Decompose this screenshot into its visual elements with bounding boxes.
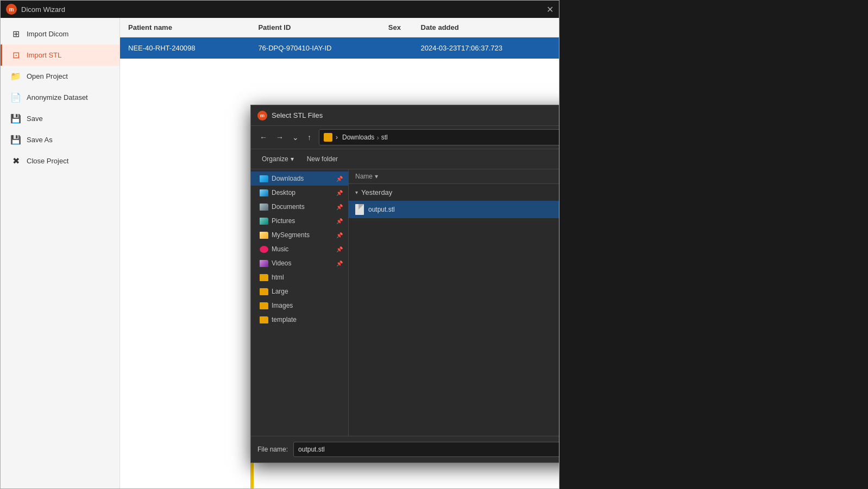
panel-item-large[interactable]: Large	[251, 284, 348, 299]
panel-item-images-label: Images	[272, 302, 293, 309]
breadcrumb-downloads[interactable]: Downloads	[342, 134, 374, 141]
sidebar-item-label: Import STL	[27, 51, 61, 59]
pictures-folder-icon	[260, 218, 268, 225]
pin-icon-mysegments: 📌	[336, 232, 343, 238]
app-body: ⊞ Import Dicom ⊡ Import STL 📁 Open Proje…	[1, 18, 559, 488]
sidebar-item-save-as[interactable]: 💾 Save As	[1, 129, 119, 150]
documents-folder-icon	[260, 204, 268, 211]
panel-item-downloads[interactable]: Downloads 📌	[251, 172, 348, 186]
sidebar-item-open-project[interactable]: 📁 Open Project	[1, 66, 119, 87]
sidebar-item-import-dicom[interactable]: ⊞ Import Dicom	[1, 23, 119, 45]
patient-id: 76-DPQ-970410-IAY-ID	[258, 44, 388, 52]
panel-item-pictures[interactable]: Pictures 📌	[251, 214, 348, 228]
sidebar-item-label: Import Dicom	[27, 30, 68, 38]
sidebar-item-label: Save As	[27, 136, 53, 144]
file-row[interactable]: output.stl 01-07-2024 11:03 STL File 71,…	[349, 201, 559, 218]
pin-icon-downloads: 📌	[336, 176, 343, 182]
sidebar-item-anonymize[interactable]: 📄 Anonymize Dataset	[1, 87, 119, 108]
panel-item-desktop-label: Desktop	[272, 189, 295, 196]
file-name-cell: output.stl	[355, 204, 559, 215]
panel-item-music[interactable]: Music 📌	[251, 242, 348, 256]
filename-input[interactable]	[293, 442, 559, 457]
dialog-title: Select STL Files	[272, 111, 323, 119]
pin-icon-documents: 📌	[336, 204, 343, 210]
patient-name: NEE-40-RHT-240098	[128, 44, 258, 52]
panel-item-large-label: Large	[272, 288, 288, 295]
sidebar-item-label: Open Project	[27, 72, 68, 80]
panel-item-mysegments-label: MySegments	[272, 231, 310, 239]
app-title: Dicom Wizard	[21, 5, 65, 14]
images-folder-icon	[260, 302, 268, 309]
patient-date: 2024-03-23T17:06:37.723	[421, 44, 551, 52]
filename-label: File name:	[257, 446, 288, 453]
sidebar-item-label: Close Project	[27, 157, 68, 165]
main-content: Patient name Patient ID Sex Date added N…	[120, 18, 559, 488]
dialog-titlebar: m Select STL Files ✕	[251, 105, 559, 126]
panel-item-pictures-label: Pictures	[272, 217, 295, 225]
panel-item-downloads-label: Downloads	[272, 175, 304, 182]
anonymize-icon: 📄	[10, 92, 21, 103]
html-folder-icon	[260, 274, 268, 281]
file-dialog: m Select STL Files ✕ ← → ⌄ ↑ › Downloa	[250, 105, 559, 463]
table-header: Patient name Patient ID Sex Date added	[120, 18, 559, 37]
panel-item-music-label: Music	[272, 245, 288, 253]
nav-back-button[interactable]: ←	[256, 131, 271, 144]
breadcrumb-bar: › Downloads › stl	[319, 129, 559, 145]
organize-button[interactable]: Organize ▾	[257, 153, 298, 165]
panel-item-html-label: html	[272, 274, 284, 281]
nav-bar: ← → ⌄ ↑ › Downloads › stl ⌄ ↻	[251, 126, 559, 149]
close-project-icon: ✖	[10, 156, 21, 166]
panel-item-template-label: template	[272, 316, 297, 323]
music-folder-icon	[260, 246, 268, 253]
save-icon: 💾	[10, 113, 21, 124]
open-project-icon: 📁	[10, 71, 21, 81]
bottom-bar: File name: ▾ STL files (*.stl) ▾ Open Ca…	[251, 436, 559, 462]
new-folder-label: New folder	[307, 155, 338, 163]
new-folder-button[interactable]: New folder	[303, 153, 342, 165]
app-logo: m	[6, 4, 17, 15]
dialog-logo: m	[257, 111, 267, 120]
nav-forward-button[interactable]: →	[273, 131, 287, 144]
panel-item-desktop[interactable]: Desktop 📌	[251, 186, 348, 200]
import-stl-icon: ⊡	[10, 50, 21, 60]
dialog-content: Downloads 📌 Desktop 📌 Documents 📌	[251, 169, 559, 436]
nav-up-button[interactable]: ↑	[304, 131, 315, 144]
file-icon	[355, 204, 364, 215]
mysegments-folder-icon	[260, 232, 268, 239]
panel-item-images[interactable]: Images	[251, 299, 348, 313]
sidebar-item-label: Save	[27, 115, 43, 123]
panel-item-documents[interactable]: Documents 📌	[251, 200, 348, 214]
sidebar-item-close-project[interactable]: ✖ Close Project	[1, 150, 119, 172]
downloads-folder-icon	[260, 175, 268, 182]
patient-sex	[388, 44, 421, 52]
panel-item-template[interactable]: template	[251, 313, 348, 327]
nav-dropdown-button[interactable]: ⌄	[289, 131, 302, 144]
patient-table: Patient name Patient ID Sex Date added N…	[120, 18, 559, 59]
panel-item-videos[interactable]: Videos 📌	[251, 256, 348, 270]
import-dicom-icon: ⊞	[10, 29, 21, 39]
file-list-header: Name ▾ Date modified Type Size	[349, 169, 559, 184]
table-row[interactable]: NEE-40-RHT-240098 76-DPQ-970410-IAY-ID 2…	[120, 37, 559, 59]
videos-folder-icon	[260, 260, 268, 267]
sidebar-item-import-stl[interactable]: ⊡ Import STL	[1, 45, 119, 66]
pin-icon-pictures: 📌	[336, 218, 343, 224]
breadcrumb-sep1: ›	[336, 134, 338, 141]
app-close-button[interactable]: ✕	[546, 4, 553, 15]
save-as-icon: 💾	[10, 135, 21, 145]
filename-input-wrapper: ▾	[293, 442, 559, 457]
sidebar: ⊞ Import Dicom ⊡ Import STL 📁 Open Proje…	[1, 18, 120, 488]
sidebar-item-save[interactable]: 💾 Save	[1, 108, 119, 129]
panel-item-html[interactable]: html	[251, 270, 348, 284]
app-window: m Dicom Wizard ✕ ⊞ Import Dicom ⊡ Import…	[0, 0, 559, 489]
organize-dropdown-icon: ▾	[291, 155, 294, 163]
panel-item-mysegments[interactable]: MySegments 📌	[251, 228, 348, 242]
col-name[interactable]: Name ▾	[355, 173, 559, 180]
col-patient-id: Patient ID	[258, 23, 388, 31]
sort-icon: ▾	[375, 173, 378, 180]
chevron-down-icon: ▾	[355, 189, 358, 195]
large-folder-icon	[260, 288, 268, 295]
col-patient-name: Patient name	[128, 23, 258, 31]
col-date-added: Date added	[421, 23, 551, 31]
breadcrumb-stl[interactable]: stl	[381, 134, 388, 141]
desktop-folder-icon	[260, 189, 268, 196]
